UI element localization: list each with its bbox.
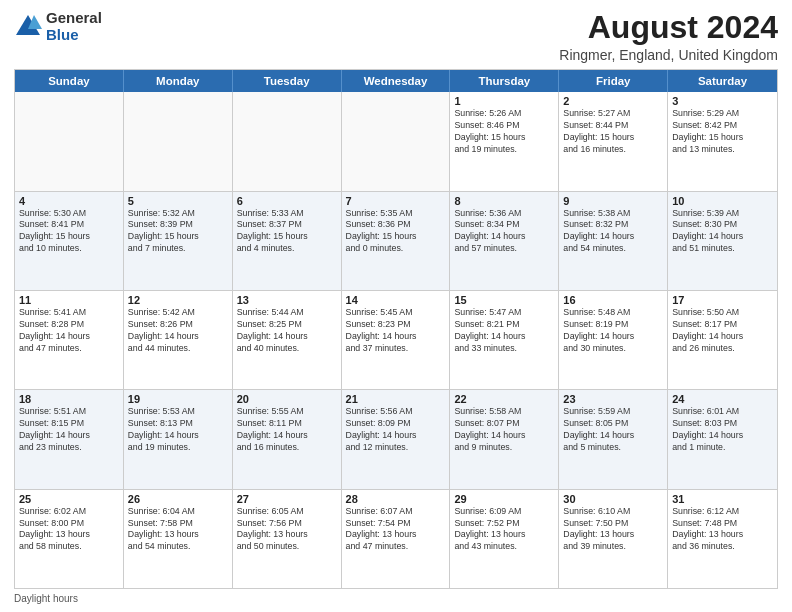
- calendar-cell: 8Sunrise: 5:36 AM Sunset: 8:34 PM Daylig…: [450, 192, 559, 290]
- calendar-cell: 16Sunrise: 5:48 AM Sunset: 8:19 PM Dayli…: [559, 291, 668, 389]
- calendar-cell: 25Sunrise: 6:02 AM Sunset: 8:00 PM Dayli…: [15, 490, 124, 588]
- cell-info: Sunrise: 5:44 AM Sunset: 8:25 PM Dayligh…: [237, 307, 337, 355]
- cell-info: Sunrise: 5:58 AM Sunset: 8:07 PM Dayligh…: [454, 406, 554, 454]
- calendar-cell: 13Sunrise: 5:44 AM Sunset: 8:25 PM Dayli…: [233, 291, 342, 389]
- calendar-week-1: 1Sunrise: 5:26 AM Sunset: 8:46 PM Daylig…: [15, 92, 777, 191]
- cell-info: Sunrise: 5:35 AM Sunset: 8:36 PM Dayligh…: [346, 208, 446, 256]
- page: General Blue August 2024 Ringmer, Englan…: [0, 0, 792, 612]
- calendar-cell: 12Sunrise: 5:42 AM Sunset: 8:26 PM Dayli…: [124, 291, 233, 389]
- calendar-cell: 26Sunrise: 6:04 AM Sunset: 7:58 PM Dayli…: [124, 490, 233, 588]
- day-header-wednesday: Wednesday: [342, 70, 451, 92]
- cell-info: Sunrise: 6:02 AM Sunset: 8:00 PM Dayligh…: [19, 506, 119, 554]
- calendar-cell: 3Sunrise: 5:29 AM Sunset: 8:42 PM Daylig…: [668, 92, 777, 190]
- cell-info: Sunrise: 5:48 AM Sunset: 8:19 PM Dayligh…: [563, 307, 663, 355]
- day-number: 26: [128, 493, 228, 505]
- day-number: 4: [19, 195, 119, 207]
- day-number: 15: [454, 294, 554, 306]
- calendar-cell: [233, 92, 342, 190]
- calendar-cell: 30Sunrise: 6:10 AM Sunset: 7:50 PM Dayli…: [559, 490, 668, 588]
- day-number: 11: [19, 294, 119, 306]
- day-header-tuesday: Tuesday: [233, 70, 342, 92]
- logo-text: General Blue: [46, 10, 102, 43]
- footer-note: Daylight hours: [14, 593, 778, 604]
- day-number: 12: [128, 294, 228, 306]
- calendar-header: SundayMondayTuesdayWednesdayThursdayFrid…: [15, 70, 777, 92]
- day-number: 7: [346, 195, 446, 207]
- calendar-cell: 9Sunrise: 5:38 AM Sunset: 8:32 PM Daylig…: [559, 192, 668, 290]
- logo-blue: Blue: [46, 27, 102, 44]
- calendar-cell: 20Sunrise: 5:55 AM Sunset: 8:11 PM Dayli…: [233, 390, 342, 488]
- day-number: 20: [237, 393, 337, 405]
- header: General Blue August 2024 Ringmer, Englan…: [14, 10, 778, 63]
- logo-general: General: [46, 10, 102, 27]
- cell-info: Sunrise: 6:01 AM Sunset: 8:03 PM Dayligh…: [672, 406, 773, 454]
- day-number: 10: [672, 195, 773, 207]
- calendar-cell: 23Sunrise: 5:59 AM Sunset: 8:05 PM Dayli…: [559, 390, 668, 488]
- day-header-monday: Monday: [124, 70, 233, 92]
- day-number: 22: [454, 393, 554, 405]
- cell-info: Sunrise: 5:50 AM Sunset: 8:17 PM Dayligh…: [672, 307, 773, 355]
- calendar-cell: [124, 92, 233, 190]
- day-number: 13: [237, 294, 337, 306]
- cell-info: Sunrise: 5:56 AM Sunset: 8:09 PM Dayligh…: [346, 406, 446, 454]
- day-number: 5: [128, 195, 228, 207]
- cell-info: Sunrise: 5:59 AM Sunset: 8:05 PM Dayligh…: [563, 406, 663, 454]
- calendar-cell: 14Sunrise: 5:45 AM Sunset: 8:23 PM Dayli…: [342, 291, 451, 389]
- day-header-friday: Friday: [559, 70, 668, 92]
- cell-info: Sunrise: 5:51 AM Sunset: 8:15 PM Dayligh…: [19, 406, 119, 454]
- day-header-saturday: Saturday: [668, 70, 777, 92]
- cell-info: Sunrise: 5:42 AM Sunset: 8:26 PM Dayligh…: [128, 307, 228, 355]
- cell-info: Sunrise: 5:39 AM Sunset: 8:30 PM Dayligh…: [672, 208, 773, 256]
- cell-info: Sunrise: 5:45 AM Sunset: 8:23 PM Dayligh…: [346, 307, 446, 355]
- day-number: 21: [346, 393, 446, 405]
- calendar-cell: 31Sunrise: 6:12 AM Sunset: 7:48 PM Dayli…: [668, 490, 777, 588]
- calendar-cell: 1Sunrise: 5:26 AM Sunset: 8:46 PM Daylig…: [450, 92, 559, 190]
- calendar-cell: 22Sunrise: 5:58 AM Sunset: 8:07 PM Dayli…: [450, 390, 559, 488]
- calendar-cell: 7Sunrise: 5:35 AM Sunset: 8:36 PM Daylig…: [342, 192, 451, 290]
- day-number: 3: [672, 95, 773, 107]
- calendar-cell: 6Sunrise: 5:33 AM Sunset: 8:37 PM Daylig…: [233, 192, 342, 290]
- subtitle: Ringmer, England, United Kingdom: [559, 47, 778, 63]
- cell-info: Sunrise: 5:47 AM Sunset: 8:21 PM Dayligh…: [454, 307, 554, 355]
- logo-icon: [14, 13, 42, 41]
- logo: General Blue: [14, 10, 102, 43]
- day-number: 29: [454, 493, 554, 505]
- cell-info: Sunrise: 5:30 AM Sunset: 8:41 PM Dayligh…: [19, 208, 119, 256]
- cell-info: Sunrise: 5:53 AM Sunset: 8:13 PM Dayligh…: [128, 406, 228, 454]
- calendar-cell: 15Sunrise: 5:47 AM Sunset: 8:21 PM Dayli…: [450, 291, 559, 389]
- day-number: 16: [563, 294, 663, 306]
- calendar-cell: 27Sunrise: 6:05 AM Sunset: 7:56 PM Dayli…: [233, 490, 342, 588]
- calendar-week-5: 25Sunrise: 6:02 AM Sunset: 8:00 PM Dayli…: [15, 490, 777, 588]
- day-number: 8: [454, 195, 554, 207]
- cell-info: Sunrise: 5:41 AM Sunset: 8:28 PM Dayligh…: [19, 307, 119, 355]
- day-number: 25: [19, 493, 119, 505]
- calendar-cell: 28Sunrise: 6:07 AM Sunset: 7:54 PM Dayli…: [342, 490, 451, 588]
- calendar-cell: 10Sunrise: 5:39 AM Sunset: 8:30 PM Dayli…: [668, 192, 777, 290]
- calendar-cell: 18Sunrise: 5:51 AM Sunset: 8:15 PM Dayli…: [15, 390, 124, 488]
- cell-info: Sunrise: 6:10 AM Sunset: 7:50 PM Dayligh…: [563, 506, 663, 554]
- calendar-cell: 5Sunrise: 5:32 AM Sunset: 8:39 PM Daylig…: [124, 192, 233, 290]
- cell-info: Sunrise: 5:26 AM Sunset: 8:46 PM Dayligh…: [454, 108, 554, 156]
- calendar-cell: 11Sunrise: 5:41 AM Sunset: 8:28 PM Dayli…: [15, 291, 124, 389]
- calendar-week-2: 4Sunrise: 5:30 AM Sunset: 8:41 PM Daylig…: [15, 192, 777, 291]
- day-number: 6: [237, 195, 337, 207]
- calendar-cell: 4Sunrise: 5:30 AM Sunset: 8:41 PM Daylig…: [15, 192, 124, 290]
- cell-info: Sunrise: 6:05 AM Sunset: 7:56 PM Dayligh…: [237, 506, 337, 554]
- cell-info: Sunrise: 5:29 AM Sunset: 8:42 PM Dayligh…: [672, 108, 773, 156]
- title-block: August 2024 Ringmer, England, United Kin…: [559, 10, 778, 63]
- calendar-cell: 19Sunrise: 5:53 AM Sunset: 8:13 PM Dayli…: [124, 390, 233, 488]
- day-number: 14: [346, 294, 446, 306]
- cell-info: Sunrise: 5:32 AM Sunset: 8:39 PM Dayligh…: [128, 208, 228, 256]
- calendar-cell: [15, 92, 124, 190]
- calendar-cell: 29Sunrise: 6:09 AM Sunset: 7:52 PM Dayli…: [450, 490, 559, 588]
- cell-info: Sunrise: 6:09 AM Sunset: 7:52 PM Dayligh…: [454, 506, 554, 554]
- cell-info: Sunrise: 6:07 AM Sunset: 7:54 PM Dayligh…: [346, 506, 446, 554]
- calendar: SundayMondayTuesdayWednesdayThursdayFrid…: [14, 69, 778, 589]
- calendar-cell: 21Sunrise: 5:56 AM Sunset: 8:09 PM Dayli…: [342, 390, 451, 488]
- calendar-cell: 2Sunrise: 5:27 AM Sunset: 8:44 PM Daylig…: [559, 92, 668, 190]
- day-number: 31: [672, 493, 773, 505]
- calendar-cell: 17Sunrise: 5:50 AM Sunset: 8:17 PM Dayli…: [668, 291, 777, 389]
- main-title: August 2024: [559, 10, 778, 45]
- cell-info: Sunrise: 5:36 AM Sunset: 8:34 PM Dayligh…: [454, 208, 554, 256]
- cell-info: Sunrise: 6:12 AM Sunset: 7:48 PM Dayligh…: [672, 506, 773, 554]
